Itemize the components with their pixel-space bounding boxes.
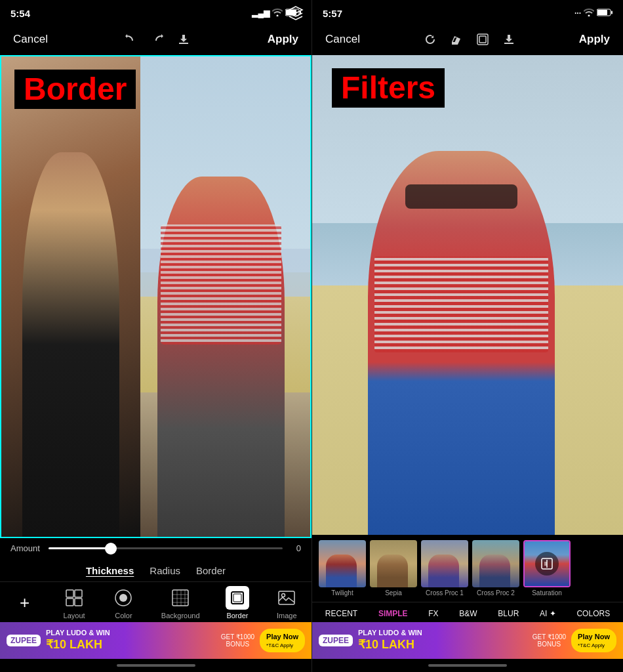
status-bar-right: 5:57 ··· — [312, 0, 623, 24]
slider-track[interactable] — [49, 547, 283, 549]
cancel-button-right[interactable]: Cancel — [320, 30, 365, 49]
apply-button-left[interactable]: Apply — [262, 30, 304, 49]
layout-button[interactable]: Layout — [62, 586, 86, 620]
home-indicator-right — [312, 659, 623, 672]
svg-rect-9 — [172, 590, 188, 606]
ad-text-right: PLAY LUDO & WIN ₹10 LAKH — [358, 628, 527, 653]
filter-label-twilight: Twilight — [331, 589, 353, 597]
tab-ai[interactable]: AI ✦ — [537, 608, 559, 620]
tab-thickness[interactable]: Thickness — [86, 565, 134, 576]
filter-label-sepia: Sepia — [385, 589, 402, 597]
filter-twilight[interactable]: Twilight — [319, 540, 366, 597]
time-right: 5:57 — [323, 8, 342, 19]
filter-cross-proc-2[interactable]: Cross Proc 2 — [472, 540, 519, 597]
signal-icon: ▂▄▆ — [252, 9, 270, 18]
download-icon-right[interactable] — [498, 29, 519, 50]
background-button[interactable]: Background — [161, 586, 200, 620]
ad-logo-right: ZUPEE — [319, 635, 353, 646]
tab-recent[interactable]: RECENT — [323, 608, 360, 620]
sub-tabs: Thickness Radius Border — [0, 558, 312, 581]
ad-bonus-left: GET ₹1000BONUS — [221, 633, 254, 648]
filter-img-saturation — [523, 540, 571, 587]
refresh-icon[interactable] — [420, 29, 441, 50]
background-icon — [169, 586, 192, 610]
svg-rect-5 — [66, 598, 73, 606]
split-photo-right — [140, 56, 310, 537]
add-button[interactable]: + — [13, 591, 37, 615]
border-tool-icon — [226, 586, 249, 610]
border-label-overlay: Border — [14, 70, 136, 109]
svg-point-8 — [119, 594, 127, 602]
filter-label-cross2: Cross Proc 2 — [477, 589, 515, 597]
image-area-left: Border — [0, 55, 312, 538]
filters-image: Filters — [312, 55, 623, 535]
image-icon — [275, 586, 298, 610]
ad-banner-left[interactable]: ZUPEE PLAY LUDO & WIN ₹10 LAKH GET ₹1000… — [0, 622, 312, 659]
svg-rect-22 — [611, 10, 613, 14]
ad-text-left: PLAY LUDO & WIN ₹10 LAKH — [46, 628, 216, 653]
svg-rect-21 — [597, 10, 607, 15]
dots-right: ··· — [574, 9, 581, 18]
border-label-text: Border — [24, 72, 127, 106]
ad-cta-right[interactable]: Play Now*T&C Apply — [571, 629, 616, 652]
tab-bw[interactable]: B&W — [456, 608, 479, 620]
download-icon-left[interactable] — [173, 29, 194, 50]
border-image: Border — [0, 55, 312, 538]
tab-simple[interactable]: SIMPLE — [376, 608, 411, 620]
tab-blur[interactable]: BLUR — [495, 608, 521, 620]
layers-icon-left[interactable] — [288, 5, 304, 25]
add-icon: + — [13, 591, 37, 615]
status-icons-right: ··· — [574, 9, 613, 18]
svg-rect-4 — [75, 590, 82, 597]
amount-label: Amount — [10, 543, 43, 553]
wifi-icon — [272, 9, 283, 18]
tab-border[interactable]: Border — [196, 565, 226, 576]
wifi-icon-right — [584, 9, 594, 18]
filter-img-twilight — [319, 540, 366, 587]
left-panel: 5:54 ▂▄▆ Cancel — [0, 0, 312, 672]
filter-img-cross1 — [421, 540, 468, 587]
color-label: Color — [115, 612, 132, 620]
color-icon — [111, 586, 135, 610]
background-label: Background — [161, 612, 200, 620]
filter-tabs: RECENT SIMPLE FX B&W BLUR AI ✦ COLORS — [312, 602, 623, 622]
border-button[interactable]: Border — [226, 586, 249, 620]
layout-label: Layout — [64, 612, 85, 620]
image-label: Image — [277, 612, 297, 620]
undo-icon[interactable] — [121, 29, 142, 50]
filter-img-cross2 — [472, 540, 519, 587]
bottom-toolbar-left: + Layout Color — [0, 581, 312, 622]
svg-rect-6 — [75, 598, 82, 606]
apply-button-right[interactable]: Apply — [574, 30, 615, 49]
layers-icon-right[interactable] — [472, 29, 493, 50]
filter-strip: Twilight Sepia Cross Proc 1 Cross Proc 2 — [312, 535, 623, 602]
image-button[interactable]: Image — [275, 586, 298, 620]
ad-banner-right[interactable]: ZUPEE PLAY LUDO & WIN ₹10 LAKH GET ₹1000… — [312, 622, 623, 659]
color-button[interactable]: Color — [111, 586, 135, 620]
tab-colors[interactable]: COLORS — [574, 608, 613, 620]
saturation-icon — [535, 552, 559, 576]
eraser-icon[interactable] — [446, 29, 467, 50]
ad-bonus-right: GET ₹1000BONUS — [533, 633, 566, 648]
filter-label-cross1: Cross Proc 1 — [426, 589, 464, 597]
redo-icon[interactable] — [147, 29, 168, 50]
svg-rect-17 — [233, 594, 241, 602]
border-tool-label: Border — [226, 612, 248, 620]
right-panel: 5:57 ··· Cancel — [312, 0, 623, 672]
amount-value: 0 — [288, 543, 301, 553]
ad-cta-left[interactable]: Play Now*T&C Apply — [260, 629, 305, 652]
layout-icon — [62, 586, 86, 610]
battery-right — [597, 9, 613, 18]
tab-radius[interactable]: Radius — [150, 565, 180, 576]
filters-label-overlay: Filters — [332, 68, 445, 108]
cancel-button-left[interactable]: Cancel — [8, 30, 53, 49]
amount-slider-area: Amount 0 — [0, 538, 312, 558]
filter-saturation[interactable]: Saturation — [523, 540, 571, 597]
filter-sepia[interactable]: Sepia — [370, 540, 417, 597]
toolbar-right: Cancel — [312, 24, 623, 55]
home-indicator-left — [0, 659, 312, 672]
filter-cross-proc-1[interactable]: Cross Proc 1 — [421, 540, 468, 597]
tab-fx[interactable]: FX — [426, 608, 441, 620]
filters-label-text: Filters — [341, 70, 435, 105]
svg-rect-24 — [479, 36, 486, 43]
